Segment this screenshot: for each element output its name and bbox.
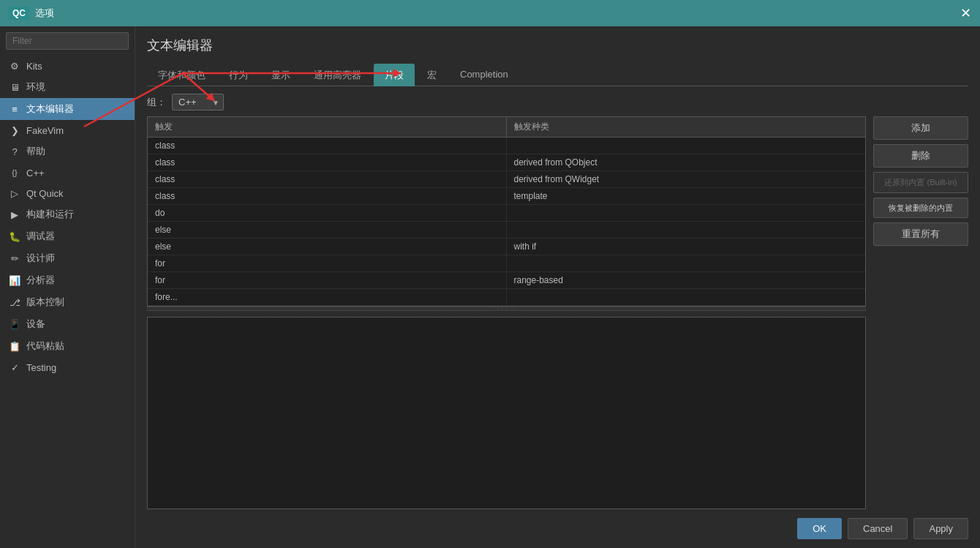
table-row[interactable]: else <box>148 222 865 239</box>
table-row[interactable]: class derived from QObject <box>148 154 865 171</box>
restore-deleted-button[interactable]: 恢复被删除的内置 <box>873 198 968 218</box>
table-body: class class derived from QObject class d… <box>148 138 865 306</box>
titlebar-title: 选项 <box>35 7 54 20</box>
type-cell: template <box>507 188 866 204</box>
remove-button[interactable]: 删除 <box>873 144 968 168</box>
trigger-cell: fore... <box>148 289 507 305</box>
sidebar-item-label: 版本控制 <box>26 296 64 309</box>
type-cell <box>507 289 866 305</box>
sidebar-item-vcs[interactable]: ⎇ 版本控制 <box>0 291 135 313</box>
type-cell <box>507 255 866 271</box>
cpp-icon: {} <box>9 167 20 179</box>
devices-icon: 📱 <box>9 318 20 330</box>
sidebar-item-cpp[interactable]: {} C++ <box>0 162 135 183</box>
sidebar-item-debugger[interactable]: 🐛 调试器 <box>0 225 135 247</box>
sidebar-item-analyzer[interactable]: 📊 分析器 <box>0 269 135 291</box>
tab-behavior[interactable]: 行为 <box>218 64 259 86</box>
sidebar-item-label: 代码粘贴 <box>26 339 64 353</box>
sidebar-item-text-editor[interactable]: ≡ 文本编辑器 <box>0 98 135 120</box>
sidebar-item-label: 分析器 <box>26 274 55 287</box>
content-area: 文本编辑器 字体和颜色 行为 显示 通用高亮器 片段 宏 Completion … <box>135 26 980 548</box>
text-editor-icon: ≡ <box>9 103 20 115</box>
trigger-cell: else <box>148 239 507 255</box>
build-run-icon: ▶ <box>9 209 20 220</box>
table-row[interactable]: class <box>148 138 865 154</box>
environment-icon: 🖥 <box>9 81 20 93</box>
tabs: 字体和颜色 行为 显示 通用高亮器 片段 宏 Completion <box>147 63 968 86</box>
apply-button[interactable]: Apply <box>913 518 968 539</box>
resize-handle[interactable]: · · · · · <box>147 307 866 311</box>
sidebar-item-help[interactable]: ? 帮助 <box>0 140 135 162</box>
cancel-button[interactable]: Cancel <box>848 518 908 539</box>
tab-display[interactable]: 显示 <box>260 64 301 86</box>
sidebar-item-label: FakeVim <box>26 125 64 136</box>
testing-icon: ✓ <box>9 361 20 373</box>
sidebar-item-label: C++ <box>26 168 45 179</box>
table-container: 触发 触发种类 class class derived from QObject… <box>147 116 968 509</box>
titlebar: QC 选项 ✕ <box>0 0 980 26</box>
restore-builtin-button: 还原到内置 (Built-in) <box>873 172 968 193</box>
table-header: 触发 触发种类 <box>148 117 865 138</box>
group-select[interactable]: C++ Java Python QML <box>172 94 224 110</box>
vcs-icon: ⎇ <box>9 296 20 308</box>
tab-snippets[interactable]: 片段 <box>374 64 415 86</box>
sidebar-item-qt-quick[interactable]: ▷ Qt Quick <box>0 183 135 203</box>
analyzer-icon: 📊 <box>9 274 20 286</box>
sidebar-item-code-paste[interactable]: 📋 代码粘贴 <box>0 335 135 357</box>
table-row[interactable]: for range-based <box>148 272 865 289</box>
help-icon: ? <box>9 146 20 157</box>
type-cell: derived from QWidget <box>507 171 866 187</box>
tab-font-color[interactable]: 字体和颜色 <box>147 64 216 86</box>
tab-macros[interactable]: 宏 <box>416 64 448 86</box>
sidebar-item-label: Kits <box>26 61 42 72</box>
sidebar-item-label: 帮助 <box>26 145 45 158</box>
type-cell <box>507 205 866 221</box>
trigger-cell: class <box>148 188 507 204</box>
type-cell <box>507 222 866 238</box>
sidebar-item-designer[interactable]: ✏ 设计师 <box>0 247 135 269</box>
type-cell: range-based <box>507 272 866 288</box>
trigger-cell: do <box>148 205 507 221</box>
sidebar-item-label: Testing <box>26 362 56 373</box>
snippet-table: 触发 触发种类 class class derived from QObject… <box>147 116 866 307</box>
col-type: 触发种类 <box>507 117 866 137</box>
main-layout: ⚙ Kits 🖥 环境 ≡ 文本编辑器 ❯ FakeVim ? 帮助 {} C+… <box>0 26 980 548</box>
tab-generic-highlighter[interactable]: 通用高亮器 <box>303 64 372 86</box>
table-row[interactable]: class derived from QWidget <box>148 171 865 188</box>
sidebar-item-label: 设计师 <box>26 252 55 265</box>
code-paste-icon: 📋 <box>9 340 20 352</box>
qt-quick-icon: ▷ <box>9 187 20 199</box>
table-row[interactable]: for <box>148 255 865 272</box>
table-row[interactable]: fore... <box>148 289 865 306</box>
sidebar: ⚙ Kits 🖥 环境 ≡ 文本编辑器 ❯ FakeVim ? 帮助 {} C+… <box>0 26 135 548</box>
trigger-cell: for <box>148 255 507 271</box>
table-row[interactable]: class template <box>148 188 865 205</box>
close-button[interactable]: ✕ <box>960 7 971 20</box>
filter-input[interactable] <box>6 32 129 50</box>
sidebar-item-testing[interactable]: ✓ Testing <box>0 357 135 378</box>
group-label: 组： <box>147 96 166 109</box>
trigger-cell: class <box>148 138 507 154</box>
sidebar-item-kits[interactable]: ⚙ Kits <box>0 56 135 76</box>
sidebar-item-label: 文本编辑器 <box>26 102 74 116</box>
sidebar-item-label: 环境 <box>26 80 45 94</box>
titlebar-left: QC 选项 <box>9 7 54 20</box>
sidebar-item-devices[interactable]: 📱 设备 <box>0 313 135 335</box>
designer-icon: ✏ <box>9 252 20 264</box>
sidebar-item-label: 调试器 <box>26 230 55 243</box>
sidebar-item-build-run[interactable]: ▶ 构建和运行 <box>0 203 135 225</box>
type-cell: with if <box>507 239 866 255</box>
page-title: 文本编辑器 <box>147 37 968 54</box>
sidebar-item-fakevim[interactable]: ❯ FakeVim <box>0 120 135 140</box>
kits-icon: ⚙ <box>9 60 20 72</box>
add-button[interactable]: 添加 <box>873 116 968 140</box>
sidebar-item-environment[interactable]: 🖥 环境 <box>0 76 135 98</box>
ok-button[interactable]: OK <box>797 518 842 539</box>
type-cell <box>507 138 866 154</box>
tab-completion[interactable]: Completion <box>449 64 519 86</box>
right-buttons: 添加 删除 还原到内置 (Built-in) 恢复被删除的内置 重置所有 <box>873 116 968 509</box>
table-row[interactable]: else with if <box>148 239 865 255</box>
snippet-editor[interactable] <box>147 317 866 509</box>
reset-all-button[interactable]: 重置所有 <box>873 222 968 246</box>
table-row[interactable]: do <box>148 205 865 222</box>
